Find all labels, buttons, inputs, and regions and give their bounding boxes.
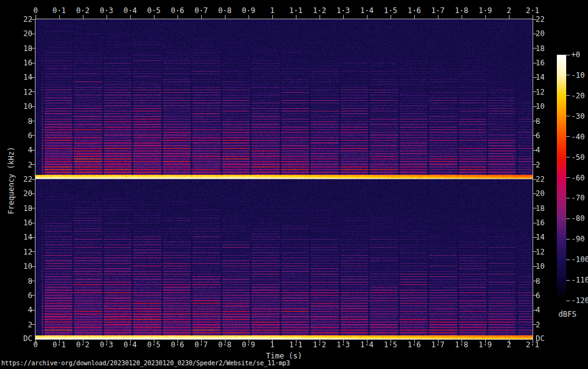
time-tick-label-top: 1·7 <box>426 6 450 15</box>
colorbar-tick <box>566 55 570 55</box>
freq-tick-label-left: 16 <box>12 58 32 67</box>
time-tick-top <box>154 15 154 19</box>
time-tick-top <box>485 15 486 19</box>
freq-tick-label-right: 16 <box>536 58 556 67</box>
time-tick-label-top: 0·7 <box>189 6 213 15</box>
colorbar-tick <box>566 218 570 219</box>
freq-tick-label-right: 12 <box>536 88 556 96</box>
freq-tick-label-right: 20 <box>536 29 556 38</box>
time-tick-label-top: 0·5 <box>142 6 166 15</box>
time-tick-label-top: 0·4 <box>118 6 142 15</box>
time-tick-label-top: 2·1 <box>521 6 544 15</box>
freq-tick-label-left: 10 <box>12 262 32 271</box>
time-tick-label-top: 0·2 <box>71 6 95 15</box>
freq-tick-label-left: 22 <box>12 15 32 24</box>
freq-tick-label-right: 22 <box>536 175 556 184</box>
freq-tick-label-right: 14 <box>536 73 556 82</box>
time-tick-label-top: 0·1 <box>47 6 71 15</box>
freq-tick-label-left: 16 <box>12 218 32 227</box>
time-tick-label-top: 1·9 <box>473 6 497 15</box>
time-tick-label-top: 0·3 <box>95 6 118 15</box>
time-tick-label-bottom: 1·2 <box>308 340 331 349</box>
freq-tick-label-right: 18 <box>536 204 556 213</box>
plot-frame-left <box>35 19 36 340</box>
colorbar-gradient <box>557 55 566 301</box>
freq-tick-label-left: 12 <box>12 88 32 96</box>
time-tick-label-bottom: 1·4 <box>355 340 379 349</box>
freq-tick-label-right: 2 <box>536 161 556 169</box>
freq-tick-label-right: 12 <box>536 248 556 256</box>
time-tick-label-bottom: 0·8 <box>213 340 237 349</box>
time-tick-label-top: 1·8 <box>450 6 473 15</box>
time-tick-label-top: 0·8 <box>213 6 237 15</box>
colorbar-tick-label: -120 <box>571 296 588 305</box>
time-tick-top <box>296 15 296 19</box>
time-tick-label-top: 1·1 <box>284 6 308 15</box>
freq-tick-label-left: 2 <box>12 161 32 169</box>
time-tick-label-bottom: 1·9 <box>473 340 497 349</box>
colorbar-tick-label: -70 <box>571 194 588 202</box>
freq-tick-label-left: 8 <box>12 117 32 126</box>
freq-tick-label-right: 4 <box>536 146 556 154</box>
colorbar-tick-label: +0 <box>571 50 588 59</box>
colorbar-tick <box>566 75 570 75</box>
freq-tick-label-left: 18 <box>12 44 32 53</box>
freq-tick-label-left: 12 <box>12 248 32 256</box>
freq-tick-label-left: 6 <box>12 131 32 140</box>
colorbar-tick <box>566 177 570 178</box>
time-tick-top <box>83 15 83 19</box>
time-tick-top <box>391 15 391 19</box>
freq-tick-label-left: 4 <box>12 306 32 314</box>
freq-tick-label-dc-left: DC <box>12 334 32 343</box>
time-tick-label-bottom: 0·7 <box>189 340 213 349</box>
colorbar-tick-label: -100 <box>571 255 588 264</box>
time-tick-label-top: 0·6 <box>166 6 189 15</box>
time-tick-top <box>509 15 510 19</box>
colorbar-tick-label: -20 <box>571 91 588 100</box>
freq-tick-label-left: 6 <box>12 291 32 300</box>
time-tick-label-bottom: 0·4 <box>118 340 142 349</box>
colorbar-tick-label: -80 <box>571 214 588 223</box>
time-tick-top <box>438 15 439 19</box>
time-tick-label-top: 1·6 <box>402 6 426 15</box>
time-tick-top <box>414 15 415 19</box>
time-tick-top <box>320 15 320 19</box>
freq-tick-label-left: 22 <box>12 175 32 184</box>
freq-tick-label-left: 14 <box>12 73 32 82</box>
time-tick-label-bottom: 0·6 <box>166 340 189 349</box>
colorbar-tick-label: -90 <box>571 235 588 243</box>
colorbar-tick-label: -60 <box>571 174 588 182</box>
colorbar-tick <box>566 301 570 301</box>
time-tick-label-top: 1·3 <box>331 6 355 15</box>
freq-tick-label-right: 8 <box>536 117 556 126</box>
time-tick-top <box>178 15 178 19</box>
colorbar-tick-label: -110 <box>571 276 588 284</box>
time-tick-top <box>272 15 273 19</box>
time-tick-top <box>249 15 249 19</box>
time-tick-label-bottom: 2 <box>497 340 521 349</box>
time-tick-label-top: 1·4 <box>355 6 379 15</box>
time-tick-label-top: 1·5 <box>379 6 402 15</box>
footer-source-url: https://archive·org/download/20230120_20… <box>1 360 290 367</box>
time-tick-top <box>462 15 462 19</box>
time-tick-top <box>343 15 344 19</box>
freq-tick-label-left: 4 <box>12 146 32 154</box>
time-tick-label-bottom: 0·2 <box>71 340 95 349</box>
time-tick-top <box>36 15 36 19</box>
colorbar-tick <box>566 239 570 240</box>
freq-tick-label-left: 20 <box>12 29 32 38</box>
colorbar-tick <box>566 198 570 199</box>
time-tick-label-bottom: 1·6 <box>402 340 426 349</box>
time-tick-top <box>201 15 202 19</box>
freq-tick-label-left: 10 <box>12 102 32 111</box>
time-tick-label-bottom: 1·5 <box>379 340 402 349</box>
freq-tick-label-right: 22 <box>536 15 556 24</box>
colorbar-tick <box>566 157 570 157</box>
time-tick-label-bottom: 1·8 <box>450 340 473 349</box>
plot-frame-bottom <box>35 339 533 340</box>
time-tick-label-bottom: 0·1 <box>47 340 71 349</box>
colorbar-tick <box>566 136 570 137</box>
freq-tick-label-left: 8 <box>12 277 32 286</box>
colorbar-tick <box>566 259 570 260</box>
freq-tick-label-right: 8 <box>536 277 556 286</box>
